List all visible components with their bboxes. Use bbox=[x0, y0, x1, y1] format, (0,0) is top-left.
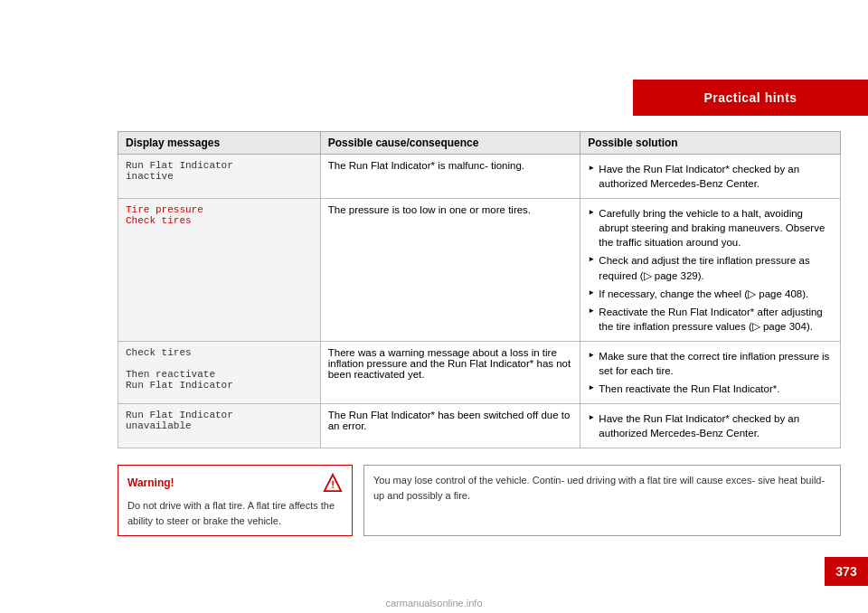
display-cell: Tire pressure Check tires bbox=[118, 199, 321, 342]
page-number: 373 bbox=[835, 564, 856, 579]
solution-item: Check and adjust the tire inflation pres… bbox=[588, 251, 833, 284]
warning-box: Warning! ! Do not drive with a flat tire… bbox=[118, 465, 353, 536]
solution-item: If necessary, change the wheel (▷ page 4… bbox=[588, 285, 833, 303]
solution-cell: Carefully bring the vehicle to a halt, a… bbox=[580, 199, 841, 342]
header-title: Practical hints bbox=[703, 90, 797, 105]
display-cell: Check tires Then reactivate Run Flat Ind… bbox=[118, 341, 321, 403]
solution-cell: Have the Run Flat Indicator* checked by … bbox=[580, 155, 841, 199]
cause-cell: The Run Flat Indicator* is malfunc- tion… bbox=[320, 155, 580, 199]
col-header-solution: Possible solution bbox=[580, 132, 841, 155]
cause-cell: The Run Flat Indicator* has been switche… bbox=[320, 404, 580, 448]
warning-triangle-icon: ! bbox=[323, 473, 343, 493]
table-row: Check tires Then reactivate Run Flat Ind… bbox=[118, 341, 841, 403]
page-number-box: 373 bbox=[825, 557, 868, 586]
warning-header: Warning! ! bbox=[127, 473, 343, 493]
solution-item: Then reactivate the Run Flat Indicator*. bbox=[588, 380, 833, 398]
svg-text:!: ! bbox=[331, 480, 335, 491]
main-content: Display messages Possible cause/conseque… bbox=[118, 131, 841, 541]
solution-item: Carefully bring the vehicle to a halt, a… bbox=[588, 204, 833, 251]
display-cell: Run Flat Indicator unavailable bbox=[118, 404, 321, 448]
table-row: Run Flat Indicator unavailableThe Run Fl… bbox=[118, 404, 841, 448]
solution-item: Have the Run Flat Indicator* checked by … bbox=[588, 160, 833, 193]
data-table: Display messages Possible cause/conseque… bbox=[118, 131, 841, 448]
solution-item: Make sure that the correct tire inflatio… bbox=[588, 347, 833, 380]
warning-body: Do not drive with a flat tire. A flat ti… bbox=[127, 498, 343, 528]
solution-item: Have the Run Flat Indicator* checked by … bbox=[588, 410, 833, 442]
solution-cell: Make sure that the correct tire inflatio… bbox=[580, 341, 841, 403]
display-cell: Run Flat Indicator inactive bbox=[118, 155, 321, 199]
col-header-cause: Possible cause/consequence bbox=[320, 132, 580, 155]
continuation-box: You may lose control of the vehicle. Con… bbox=[363, 465, 841, 536]
solution-item: Reactivate the Run Flat Indicator* after… bbox=[588, 303, 833, 335]
table-row: Tire pressure Check tiresThe pressure is… bbox=[118, 199, 841, 342]
header-bar: Practical hints bbox=[633, 80, 868, 116]
warning-area: Warning! ! Do not drive with a flat tire… bbox=[118, 465, 841, 536]
warning-title: Warning! bbox=[127, 476, 175, 489]
cause-cell: The pressure is too low in one or more t… bbox=[320, 199, 580, 342]
table-row: Run Flat Indicator inactiveThe Run Flat … bbox=[118, 155, 841, 199]
col-header-display: Display messages bbox=[118, 132, 321, 155]
watermark: carmanualsonline.info bbox=[0, 598, 868, 608]
solution-cell: Have the Run Flat Indicator* checked by … bbox=[580, 404, 841, 448]
cause-cell: There was a warning message about a loss… bbox=[320, 341, 580, 403]
